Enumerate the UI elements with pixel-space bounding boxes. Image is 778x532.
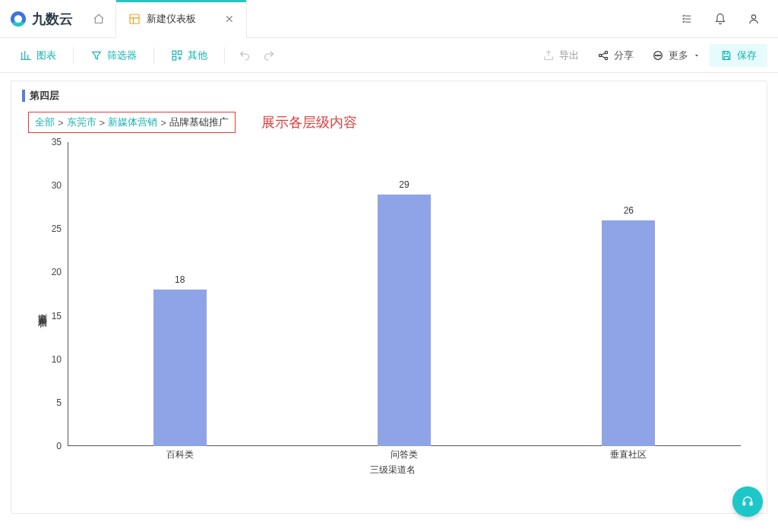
- more-label: 更多: [669, 49, 688, 62]
- x-tick: 问答类: [292, 448, 516, 461]
- svg-rect-0: [130, 14, 139, 24]
- chart-icon: [20, 49, 32, 62]
- add-chart-label: 图表: [36, 49, 56, 62]
- x-tick: 垂直社区: [517, 448, 741, 461]
- svg-rect-4: [172, 56, 176, 60]
- more-button[interactable]: 更多: [643, 44, 710, 67]
- bars-container: 182926: [68, 142, 741, 446]
- add-filter-button[interactable]: 筛选器: [81, 44, 146, 67]
- add-filter-label: 筛选器: [107, 49, 137, 62]
- tab-close-button[interactable]: ✕: [225, 13, 234, 25]
- svg-rect-3: [178, 51, 182, 55]
- y-tick: 15: [37, 311, 68, 321]
- bell-icon: [714, 13, 726, 25]
- headset-icon: [740, 494, 755, 509]
- redo-icon: [263, 49, 275, 62]
- breadcrumb-sep: >: [160, 117, 166, 128]
- topbar-right: [670, 0, 778, 38]
- svg-point-9: [656, 55, 656, 55]
- more-icon: [652, 49, 664, 62]
- share-button[interactable]: 分享: [588, 44, 643, 67]
- svg-rect-2: [172, 51, 176, 55]
- brand-logo-icon: [9, 10, 27, 28]
- x-axis-label: 三级渠道名: [37, 464, 748, 477]
- svg-point-1: [751, 14, 755, 18]
- user-icon: [748, 13, 760, 25]
- topbar: 九数云 新建仪表板 ✕: [0, 0, 778, 38]
- svg-point-10: [657, 55, 658, 55]
- save-label: 保存: [737, 49, 757, 62]
- bar[interactable]: 29: [378, 195, 431, 446]
- y-tick: 0: [37, 441, 68, 451]
- breadcrumb-current: 品牌基础推广: [169, 116, 229, 129]
- help-fab[interactable]: [732, 486, 763, 517]
- card-title-accent: [22, 90, 25, 102]
- bar-value-label: 29: [378, 179, 431, 190]
- bar[interactable]: 26: [602, 220, 655, 446]
- other-icon: [171, 49, 183, 62]
- breadcrumb-row: 全部 > 东莞市 > 新媒体营销 > 品牌基础推广 展示各层级内容: [22, 107, 756, 138]
- svg-point-11: [659, 55, 660, 55]
- breadcrumb-link[interactable]: 新媒体营销: [108, 116, 157, 129]
- add-other-label: 其他: [188, 49, 207, 62]
- export-button[interactable]: 导出: [533, 44, 588, 67]
- card-title-row: 第四层: [22, 89, 756, 103]
- tab-new-dashboard[interactable]: 新建仪表板 ✕: [115, 0, 247, 38]
- close-icon: ✕: [225, 13, 234, 25]
- save-icon: [720, 49, 732, 62]
- card-title: 第四层: [30, 89, 59, 103]
- bar-value-label: 18: [153, 274, 207, 285]
- filter-icon: [90, 49, 103, 62]
- x-tick: 百科类: [68, 448, 292, 461]
- toolbar-divider: [73, 47, 74, 64]
- bar-chart: 浏览量求和 05101520253035 182926 百科类问答类垂直社区 三…: [37, 142, 748, 477]
- toolbar: 图表 筛选器 其他 导出 分享: [0, 38, 778, 73]
- home-button[interactable]: [82, 0, 115, 38]
- dashboard-canvas: 第四层 全部 > 东莞市 > 新媒体营销 > 品牌基础推广 展示各层级内容 浏览…: [0, 73, 778, 524]
- y-tick: 20: [37, 267, 68, 277]
- save-button[interactable]: 保存: [710, 44, 767, 67]
- dashboard-icon: [128, 13, 141, 25]
- breadcrumb: 全部 > 东莞市 > 新媒体营销 > 品牌基础推广: [28, 112, 236, 133]
- breadcrumb-sep: >: [58, 117, 64, 128]
- undo-icon: [239, 49, 251, 62]
- redo-button[interactable]: [257, 45, 281, 66]
- breadcrumb-link[interactable]: 全部: [35, 116, 55, 129]
- task-list-button[interactable]: [670, 0, 704, 38]
- svg-rect-12: [743, 502, 745, 505]
- notifications-button[interactable]: [704, 0, 737, 38]
- brand-logo[interactable]: 九数云: [0, 10, 82, 28]
- export-icon: [542, 49, 555, 62]
- bar-column: 29: [292, 142, 516, 446]
- chevron-down-icon: [693, 49, 701, 62]
- user-button[interactable]: [737, 0, 770, 38]
- toolbar-divider: [153, 47, 154, 64]
- bar-column: 18: [68, 142, 292, 446]
- add-other-button[interactable]: 其他: [162, 44, 217, 67]
- svg-rect-13: [750, 502, 752, 505]
- brand-text: 九数云: [32, 10, 73, 28]
- y-tick: 10: [37, 354, 68, 365]
- y-tick: 30: [37, 180, 68, 191]
- share-icon: [597, 49, 609, 62]
- export-label: 导出: [559, 49, 579, 62]
- bar-column: 26: [517, 142, 741, 446]
- breadcrumb-link[interactable]: 东莞市: [67, 116, 96, 129]
- bar-value-label: 26: [602, 205, 655, 216]
- chart-card[interactable]: 第四层 全部 > 东莞市 > 新媒体营销 > 品牌基础推广 展示各层级内容 浏览…: [11, 81, 767, 514]
- y-tick: 25: [37, 223, 68, 234]
- annotation-text: 展示各层级内容: [261, 113, 357, 131]
- home-icon: [93, 13, 105, 25]
- task-list-icon: [681, 13, 693, 25]
- undo-button[interactable]: [232, 45, 257, 66]
- tab-label: 新建仪表板: [147, 12, 196, 26]
- bar[interactable]: 18: [153, 290, 207, 446]
- x-axis-ticks: 百科类问答类垂直社区: [68, 448, 741, 461]
- add-chart-button[interactable]: 图表: [11, 44, 65, 67]
- share-label: 分享: [614, 49, 634, 62]
- y-tick: 5: [37, 397, 68, 408]
- y-tick: 35: [37, 137, 68, 147]
- breadcrumb-sep: >: [100, 117, 106, 128]
- toolbar-divider: [224, 47, 225, 64]
